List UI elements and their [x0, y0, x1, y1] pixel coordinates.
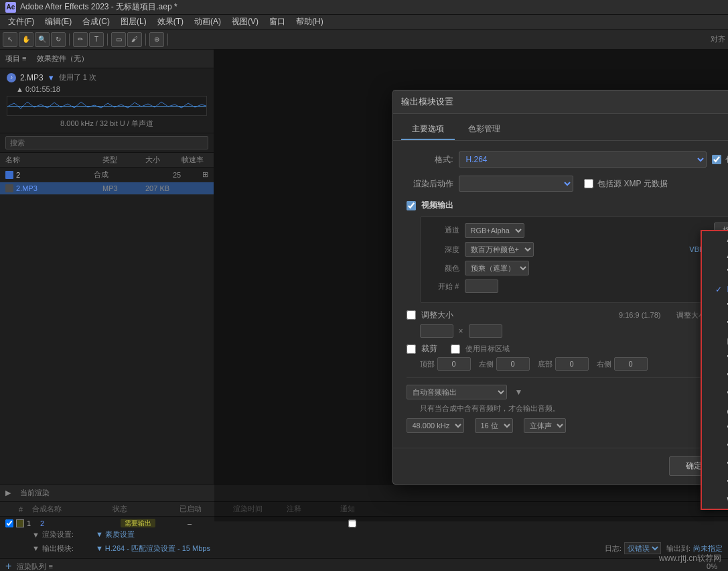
dialog-title: 输出模块设置 — [401, 96, 453, 108]
resize-section: 调整大小 9:16:9 (1.78) 调整大小后的品质: 高 × — [407, 308, 729, 338]
menu-edit[interactable]: 编辑(E) — [40, 15, 77, 29]
dropdown-item-quicktime[interactable]: QuickTime — [702, 404, 729, 420]
format-select[interactable]: H.264 — [459, 151, 707, 168]
menu-window[interactable]: 窗口 — [264, 15, 291, 29]
resize-label: 调整大小 — [421, 310, 453, 321]
dropdown-item-aiff[interactable]: AIFF — [702, 231, 729, 247]
menu-help[interactable]: 帮助(H) — [291, 15, 329, 29]
dropdown-item-png[interactable]: "PNG"序列 — [702, 368, 729, 386]
dropdown-item-iff[interactable]: "IFF"序列 — [702, 298, 729, 316]
color-label: 颜色 — [426, 263, 459, 273]
dropdown-item-targa[interactable]: "Targa"序列 — [702, 474, 729, 493]
menu-animation[interactable]: 动画(A) — [189, 15, 226, 29]
render-action-select[interactable] — [459, 176, 574, 192]
include-xmp-checkbox[interactable] — [584, 179, 593, 188]
tool-rotate[interactable]: ↻ — [51, 32, 66, 47]
include-project-checkbox[interactable] — [712, 155, 721, 164]
tool-brush[interactable]: 🖌 — [127, 32, 142, 47]
render-module-value[interactable]: ▼ H.264 - 匹配渲染设置 - 15 Mbps — [96, 544, 210, 554]
dropdown-item-mp3[interactable]: MP3 — [702, 334, 729, 350]
expand-arrow-settings[interactable]: ▼ — [32, 531, 40, 539]
crop-right-field: 右侧 — [597, 357, 648, 371]
resize-row: 调整大小 9:16:9 (1.78) 调整大小后的品质: 高 — [407, 308, 729, 322]
align-label: 对齐 — [711, 34, 725, 44]
start-label: 开始 # — [426, 281, 459, 292]
audio-output-select[interactable]: 自动音频输出 — [407, 385, 507, 399]
menu-file[interactable]: 文件(F) — [3, 15, 40, 29]
left-label: 左侧 — [479, 359, 494, 369]
audio-info: 8.000 kHz / 32 bit U / 单声道 — [7, 119, 207, 129]
resize-width-input[interactable] — [420, 324, 453, 338]
dropdown-item-avi[interactable]: AVI — [702, 247, 729, 263]
menu-composition[interactable]: 合成(C) — [77, 15, 115, 29]
tool-shape[interactable]: ▭ — [111, 32, 126, 47]
crop-right-input[interactable] — [614, 357, 648, 371]
mp3-icon — [5, 184, 13, 192]
add-render-button[interactable]: + — [5, 560, 11, 571]
format-dropdown-menu[interactable]: AIFF AVI "DPX/Cineon"序列 ✓ H.264 — [701, 230, 729, 510]
item-arrow[interactable]: ▼ — [48, 74, 55, 82]
audio-khz-select[interactable]: 48.000 kHz — [407, 418, 464, 433]
dropdown-item-jpeg[interactable]: "JPEG"序列 — [702, 316, 729, 334]
color-select[interactable]: 预乘（遮罩） — [465, 261, 529, 275]
tab-effect-controls[interactable]: 效果控件（无） — [37, 52, 88, 65]
item-usage: 使用了 1 次 — [59, 72, 96, 82]
audio-dropdown-arrow[interactable]: ▼ — [515, 387, 523, 397]
audio-channels-select[interactable]: 立体声 — [524, 418, 566, 433]
right-area: 输出模块设置 ✕ 主要选项 色彩管理 格式: H.264 — [214, 50, 728, 521]
tool-hand[interactable]: ✋ — [19, 32, 33, 47]
channel-select[interactable]: RGB+Alpha — [465, 223, 524, 238]
dropdown-item-photoshop[interactable]: "Photoshop"序列 — [702, 386, 729, 404]
expand-arrow-module[interactable]: ▼ — [32, 544, 40, 552]
tab-project[interactable]: 项目 ≡ — [5, 52, 26, 65]
dropdown-item-tiff[interactable]: "TIFF"序列 — [702, 456, 729, 474]
tool-text[interactable]: T — [89, 32, 104, 47]
channel-row: 通道 RGB+Alpha 格式选项... — [426, 223, 729, 238]
render-settings-value[interactable]: ▼ 素质设置 — [96, 529, 135, 540]
menu-view[interactable]: 视图(V) — [226, 15, 264, 29]
crop-left-input[interactable] — [496, 357, 530, 371]
tab-color-management[interactable]: 色彩管理 — [457, 119, 511, 140]
tab-current-render[interactable]: 当前渲染 — [16, 487, 54, 499]
expand-icon[interactable]: ▶ — [5, 489, 11, 497]
video-output-checkbox[interactable] — [407, 201, 416, 210]
toolbar-sep-3 — [145, 34, 146, 46]
dropdown-item-openexr[interactable]: "OpenEXR"序列 — [702, 350, 729, 368]
include-project-checkbox-label: 包括项目链接 — [712, 154, 729, 166]
col-comp-name: 合成名称 — [32, 504, 113, 514]
search-input[interactable] — [5, 136, 208, 149]
tab-main-options[interactable]: 主要选项 — [401, 119, 455, 140]
crop-top-input[interactable] — [437, 357, 471, 371]
depth-select[interactable]: 数百万种颜色+ — [465, 242, 534, 257]
tool-zoom[interactable]: 🔍 — [35, 32, 50, 47]
project-item-comp[interactable]: 2 合成 25 ⊞ — [0, 168, 214, 182]
dropdown-item-radiance[interactable]: "Radiance"序列 — [702, 420, 729, 438]
bottom-bar: + 渲染队列 ≡ 0% — [0, 558, 728, 571]
audio-bits-select[interactable]: 16 位 — [475, 418, 513, 433]
menu-layer[interactable]: 图层(L) — [115, 15, 152, 29]
crop-top-field: 顶部 — [420, 357, 471, 371]
menu-effect[interactable]: 效果(T) — [152, 15, 189, 29]
color-row: 颜色 预乘（遮罩） — [426, 261, 729, 275]
start-input[interactable] — [465, 279, 498, 293]
use-roi-checkbox[interactable] — [451, 344, 460, 354]
selected-item-name: 2.MP3 — [20, 73, 44, 82]
project-list-header: 名称 类型 大小 帧速率 — [0, 153, 214, 168]
dropdown-item-wav[interactable]: WAV — [702, 493, 729, 509]
render-module-label: 输出模块: — [42, 544, 96, 554]
tool-select[interactable]: ↖ — [3, 32, 17, 47]
crop-bottom-input[interactable] — [555, 357, 589, 371]
dropdown-item-h264[interactable]: ✓ H.264 — [702, 281, 729, 298]
render-checkbox-1[interactable] — [5, 519, 13, 527]
resize-height-input[interactable] — [469, 324, 502, 338]
dropdown-item-dpx[interactable]: "DPX/Cineon"序列 — [702, 263, 729, 281]
tool-puppet[interactable]: ⊕ — [149, 32, 164, 47]
tool-pen[interactable]: ✏ — [73, 32, 88, 47]
project-item-mp3[interactable]: 2.MP3 MP3 207 KB — [0, 182, 214, 195]
log-select[interactable]: 仅错误 — [624, 542, 661, 554]
include-xmp-checkbox-label: 包括源 XMP 元数据 — [584, 178, 667, 190]
output-path[interactable]: 尚未指定 — [693, 544, 723, 554]
resize-checkbox[interactable] — [407, 310, 416, 320]
dropdown-item-sgi[interactable]: "SGI"序列 — [702, 438, 729, 456]
crop-checkbox[interactable] — [407, 344, 416, 354]
